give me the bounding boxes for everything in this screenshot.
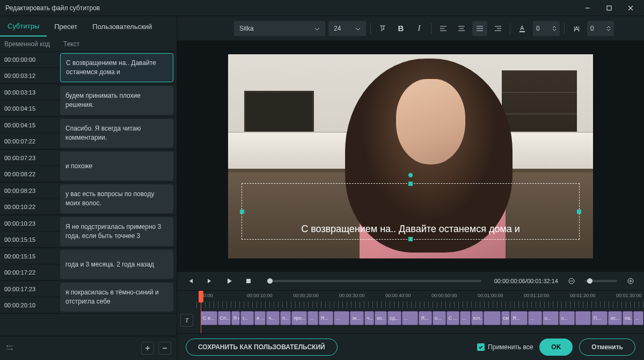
letter-spacing-input[interactable]: 0 [533,21,560,36]
timeline-clip[interactable]: ... [633,311,643,325]
italic-button[interactable]: I [412,21,427,36]
ok-button[interactable]: OK [539,339,573,356]
timeline-clip[interactable]: п... [280,311,291,325]
subtitle-row[interactable]: 00:00:15:1500:00:17:22года и 3 месяца. 2… [0,248,177,281]
timeline-clip[interactable]: ис... [608,311,622,325]
minimize-button[interactable] [580,3,596,13]
scrubber-thumb[interactable] [267,278,273,284]
timeline-clip[interactable]: ... [460,311,471,325]
bold-button[interactable]: B [393,21,408,36]
timecode-start[interactable]: 00:00:04:15 [0,117,60,133]
timeline-clip[interactable]: о... [559,311,575,325]
subtitle-row[interactable]: 00:00:03:1300:00:04:15будем принимать пл… [0,84,177,117]
subtitle-text[interactable]: я покрасилась в тёмно-синий и отстригла … [60,283,173,312]
tab-custom[interactable]: Пользовательский [85,16,159,37]
subtitle-text[interactable]: будем принимать плохие решения. [60,86,173,115]
timeline-clip[interactable]: ... [334,311,349,325]
save-custom-button[interactable]: СОХРАНИТЬ КАК ПОЛЬЗОВАТЕЛЬСКИЙ [186,339,338,356]
timeline-clip[interactable]: Я... [319,311,333,325]
align-justify-button[interactable] [472,21,487,36]
timecode-start[interactable]: 00:00:17:23 [0,281,60,297]
align-left-button[interactable] [436,21,451,36]
subtitle-row[interactable]: 00:00:04:1500:00:07:22Спасибо. Я всегда … [0,117,177,150]
video-preview[interactable]: С возвращением на.. Давайте останемся до… [228,54,593,258]
timecode-end[interactable]: 00:00:17:22 [0,264,60,280]
font-family-select[interactable]: Sitka [234,21,325,36]
playhead[interactable] [201,303,201,333]
add-subtitle-button[interactable] [141,342,154,355]
apply-all-checkbox[interactable]: Применить все [477,343,533,351]
subtitle-text[interactable]: и похоже [60,152,173,181]
timeline-clip[interactable]: Сп... [218,311,231,325]
spinner-icon[interactable] [606,26,611,31]
spinner-icon[interactable] [552,26,557,31]
timeline-clip[interactable] [484,311,501,325]
timecode-start[interactable]: 00:00:00:00 [0,52,60,68]
timeline-clip[interactable]: о... [433,311,446,325]
timeline-clip[interactable]: Я... [510,311,528,325]
resize-handle-top[interactable] [408,182,413,186]
subtitle-row[interactable]: 00:00:07:2300:00:08:22и похоже [0,150,177,183]
subtitle-row[interactable]: 00:00:17:2300:00:20:10я покрасилась в тё… [0,281,177,314]
timeline-clip[interactable]: С ... [447,311,459,325]
timecode-end[interactable]: 00:00:07:22 [0,133,60,149]
timeline-clip[interactable]: ч... [266,311,280,325]
timeline-clip[interactable]: па... [623,311,633,325]
subtitle-text[interactable]: Спасибо. Я всегда читаю комментарии. [60,119,173,148]
align-center-button[interactable] [454,21,469,36]
timecode-start[interactable]: 00:00:03:13 [0,84,60,100]
subtitle-text[interactable]: у вас есть вопросы по поводу моих волос. [60,184,173,213]
tab-preset[interactable]: Пресет [47,16,85,37]
timeline-clip[interactable]: Я... [419,311,432,325]
tab-subtitles[interactable]: Субтитры [0,16,47,37]
subtitle-row[interactable]: 00:00:00:0000:00:03:12С возвращением на.… [0,52,177,84]
timeline-clip[interactable]: из... [375,311,387,325]
timeline-clip[interactable]: ч... [364,311,374,325]
timecode-start[interactable]: 00:00:10:23 [0,215,60,232]
timeline-clip[interactable]: эк... [350,311,364,325]
subtitle-text[interactable]: Я не подстригалась примерно 3 года, если… [60,217,173,246]
zoom-in-button[interactable] [625,275,636,287]
timeline-clip[interactable]: ... [402,311,419,325]
timecode-start[interactable]: 00:00:07:23 [0,150,60,166]
timecode-end[interactable]: 00:00:03:12 [0,68,60,84]
subtitle-text[interactable]: года и 3 месяца. 2 года назад [60,250,173,279]
zoom-slider[interactable] [585,280,617,282]
subtitle-list[interactable]: 00:00:00:0000:00:03:12С возвращением на.… [0,52,177,336]
text-color-button[interactable]: A [515,21,530,36]
font-size-select[interactable]: 24 [328,21,366,36]
timeline-clip[interactable]: о... [543,311,559,325]
subtitle-bounding-box[interactable]: С возвращением на.. Давайте останемся до… [241,183,580,240]
timecode-start[interactable]: 00:00:08:23 [0,183,60,199]
timeline-clip[interactable]: С в... [201,311,217,325]
timecode-end[interactable]: 00:00:04:15 [0,100,60,117]
subtitle-row[interactable]: 00:00:10:2300:00:15:15Я не подстригалась… [0,215,177,248]
timeline-clip[interactable]: г... [240,311,254,325]
subtitle-row[interactable]: 00:00:08:2300:00:10:22у вас есть вопросы… [0,183,177,215]
timeline-clip[interactable]: П... [591,311,608,325]
next-frame-button[interactable] [204,275,216,287]
timecode-end[interactable]: 00:00:08:22 [0,166,60,182]
line-height-input[interactable]: 0 [587,21,614,36]
rotate-handle[interactable] [408,173,413,177]
resize-handle-left[interactable] [240,210,244,214]
timeline-clip[interactable]: кот... [471,311,483,325]
timeline[interactable]: 00:0000:00:10:0000:00:20:0000:00:30:0000… [196,291,644,333]
timeline-clip[interactable]: про... [291,311,307,325]
timeline-clip[interactable]: ... [308,311,318,325]
play-button[interactable] [223,275,235,287]
resize-handle-bottom[interactable] [408,237,413,241]
close-button[interactable] [623,3,639,13]
timecode-end[interactable]: 00:00:20:10 [0,297,60,313]
zoom-out-button[interactable] [566,275,577,287]
timeline-clip[interactable]: ... [528,311,542,325]
zoom-thumb[interactable] [587,278,592,284]
timeline-clip[interactable]: я ... [254,311,266,325]
maximize-button[interactable] [601,3,617,13]
text-track-icon[interactable]: T [180,314,193,327]
clear-format-button[interactable] [375,21,390,36]
timeline-clip[interactable]: см, ... [501,311,510,325]
resize-handle-right[interactable] [577,210,581,214]
playback-scrubber[interactable] [267,280,481,282]
subtitle-text[interactable]: С возвращением на.. Давайте останемся до… [60,53,173,82]
